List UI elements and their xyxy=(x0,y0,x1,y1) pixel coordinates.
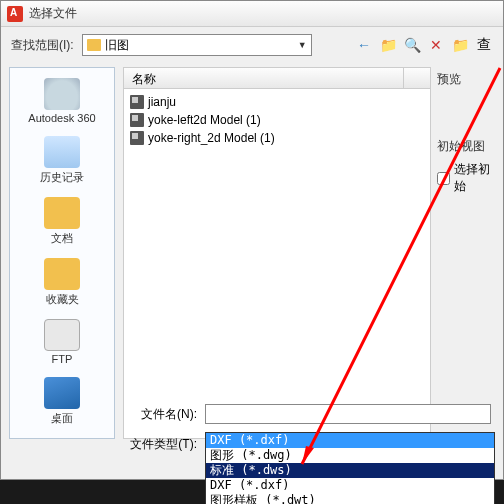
select-init-label: 选择初始 xyxy=(454,161,497,195)
app-icon xyxy=(7,6,23,22)
nav-icons: ← 📁 🔍 ✕ 📁 查 xyxy=(355,36,493,54)
right-pane: 预览 初始视图 选择初始 xyxy=(431,67,503,439)
delete-button[interactable]: ✕ xyxy=(427,36,445,54)
sidebar-item-extra[interactable] xyxy=(16,434,108,439)
name-column-header[interactable]: 名称 xyxy=(124,68,404,88)
file-name: yoke-left2d Model (1) xyxy=(148,113,261,127)
sidebar-item-desktop[interactable]: 桌面 xyxy=(16,373,108,430)
initview-label: 初始视图 xyxy=(437,138,497,155)
dxf-file-icon xyxy=(130,131,144,145)
select-init-row[interactable]: 选择初始 xyxy=(437,161,497,195)
sidebar-item-label: 收藏夹 xyxy=(46,292,79,307)
back-button[interactable]: ← xyxy=(355,36,373,54)
views-button[interactable]: 查 xyxy=(475,36,493,54)
titlebar: 选择文件 xyxy=(1,1,503,27)
ftp-icon xyxy=(44,319,80,351)
sidebar-item-label: 历史记录 xyxy=(40,170,84,185)
dialog-title: 选择文件 xyxy=(29,5,77,22)
file-row[interactable]: jianju xyxy=(130,93,424,111)
filetype-dropdown-list: DXF (*.dxf) 图形 (*.dwg) 标准 (*.dws) DXF (*… xyxy=(205,432,495,504)
chevron-down-icon: ▼ xyxy=(298,40,307,50)
toolbar: 查找范围(I): 旧图 ▼ ← 📁 🔍 ✕ 📁 查 xyxy=(1,27,503,63)
folder-icon xyxy=(44,197,80,229)
sidebar-item-label: Autodesk 360 xyxy=(28,112,95,124)
content: Autodesk 360 历史记录 文档 收藏夹 FTP 桌面 xyxy=(1,63,503,443)
filename-row: 文件名(N): xyxy=(121,401,491,427)
favorites-icon xyxy=(44,258,80,290)
file-row[interactable]: yoke-right_2d Model (1) xyxy=(130,129,424,147)
filetype-option[interactable]: 标准 (*.dws) xyxy=(206,463,494,478)
select-init-checkbox[interactable] xyxy=(437,172,450,185)
file-dialog: 选择文件 查找范围(I): 旧图 ▼ ← 📁 🔍 ✕ 📁 查 Autodesk … xyxy=(0,0,504,480)
filetype-option[interactable]: 图形 (*.dwg) xyxy=(206,448,494,463)
history-icon xyxy=(44,136,80,168)
filetype-option[interactable]: 图形样板 (*.dwt) xyxy=(206,493,494,504)
places-sidebar: Autodesk 360 历史记录 文档 收藏夹 FTP 桌面 xyxy=(9,67,115,439)
file-list[interactable]: jianju yoke-left2d Model (1) yoke-right_… xyxy=(123,89,431,439)
filetype-label: 文件类型(T): xyxy=(121,436,197,453)
filename-input[interactable] xyxy=(205,404,491,424)
filetype-option[interactable]: DXF (*.dxf) xyxy=(206,478,494,493)
lookin-dropdown[interactable]: 旧图 ▼ xyxy=(82,34,312,56)
sidebar-item-favorites[interactable]: 收藏夹 xyxy=(16,254,108,311)
dxf-file-icon xyxy=(130,113,144,127)
desktop-icon xyxy=(44,377,80,409)
cloud-icon xyxy=(44,78,80,110)
preview-section: 预览 xyxy=(437,71,497,88)
initview-section: 初始视图 选择初始 xyxy=(437,138,497,195)
up-folder-button[interactable]: 📁 xyxy=(379,36,397,54)
filename-label: 文件名(N): xyxy=(121,406,197,423)
sidebar-item-label: 文档 xyxy=(51,231,73,246)
lookin-value: 旧图 xyxy=(105,37,129,54)
file-row[interactable]: yoke-left2d Model (1) xyxy=(130,111,424,129)
preview-label: 预览 xyxy=(437,71,497,88)
sidebar-item-label: 桌面 xyxy=(51,411,73,426)
lookin-label: 查找范围(I): xyxy=(11,37,74,54)
sidebar-item-documents[interactable]: 文档 xyxy=(16,193,108,250)
new-folder-button[interactable]: 📁 xyxy=(451,36,469,54)
dxf-file-icon xyxy=(130,95,144,109)
search-web-button[interactable]: 🔍 xyxy=(403,36,421,54)
open-folder-icon xyxy=(44,438,80,439)
folder-icon xyxy=(87,39,101,51)
sidebar-item-ftp[interactable]: FTP xyxy=(16,315,108,369)
sidebar-item-history[interactable]: 历史记录 xyxy=(16,132,108,189)
file-list-header: 名称 xyxy=(123,67,431,89)
file-pane: 名称 jianju yoke-left2d Model (1) yoke-rig… xyxy=(123,67,431,439)
sidebar-item-label: FTP xyxy=(52,353,73,365)
sidebar-item-autodesk360[interactable]: Autodesk 360 xyxy=(16,74,108,128)
file-name: yoke-right_2d Model (1) xyxy=(148,131,275,145)
file-name: jianju xyxy=(148,95,176,109)
filetype-option[interactable]: DXF (*.dxf) xyxy=(206,433,494,448)
